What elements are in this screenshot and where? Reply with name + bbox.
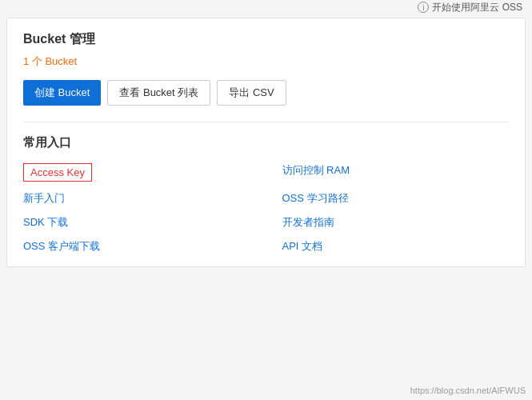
access-key-link[interactable]: Access Key: [23, 163, 92, 182]
oss-learning-link[interactable]: OSS 学习路径: [282, 191, 349, 206]
api-doc-link-cell: API 文档: [282, 239, 510, 254]
beginner-link-cell: 新手入门: [23, 191, 250, 206]
oss-learning-link-cell: OSS 学习路径: [282, 191, 510, 206]
top-bar: i 开始使用阿里云 OSS: [0, 0, 532, 14]
watermark: https://blog.csdn.net/AIFWUS: [410, 386, 526, 395]
oss-client-link[interactable]: OSS 客户端下载: [23, 239, 100, 254]
bucket-count: 1 个 Bucket: [23, 54, 509, 69]
developer-guide-link-cell: 开发者指南: [282, 215, 510, 230]
ram-link[interactable]: 访问控制 RAM: [282, 163, 350, 178]
view-bucket-list-button[interactable]: 查看 Bucket 列表: [107, 80, 210, 106]
create-bucket-button[interactable]: 创建 Bucket: [23, 80, 101, 106]
top-bar-link[interactable]: 开始使用阿里云 OSS: [432, 1, 522, 14]
main-content: Bucket 管理 1 个 Bucket 创建 Bucket 查看 Bucket…: [6, 18, 526, 267]
oss-client-link-cell: OSS 客户端下载: [23, 239, 250, 254]
api-doc-link[interactable]: API 文档: [282, 239, 323, 254]
export-csv-button[interactable]: 导出 CSV: [217, 80, 286, 106]
info-circle-icon: i: [418, 2, 429, 13]
developer-guide-link[interactable]: 开发者指南: [282, 215, 334, 230]
bucket-btn-group: 创建 Bucket 查看 Bucket 列表 导出 CSV: [23, 80, 509, 106]
section-divider: [23, 122, 509, 122]
beginner-link[interactable]: 新手入门: [23, 191, 65, 206]
ram-link-cell: 访问控制 RAM: [282, 163, 510, 182]
bucket-section-title: Bucket 管理: [23, 31, 509, 48]
sdk-download-link-cell: SDK 下载: [23, 215, 250, 230]
common-entry-title: 常用入口: [23, 135, 509, 150]
common-entry-links-grid: Access Key 访问控制 RAM 新手入门 OSS 学习路径 SDK 下载…: [23, 163, 509, 254]
page-wrapper: i 开始使用阿里云 OSS Bucket 管理 1 个 Bucket 创建 Bu…: [0, 0, 532, 400]
access-key-link-cell: Access Key: [23, 163, 250, 182]
sdk-download-link[interactable]: SDK 下载: [23, 215, 68, 230]
